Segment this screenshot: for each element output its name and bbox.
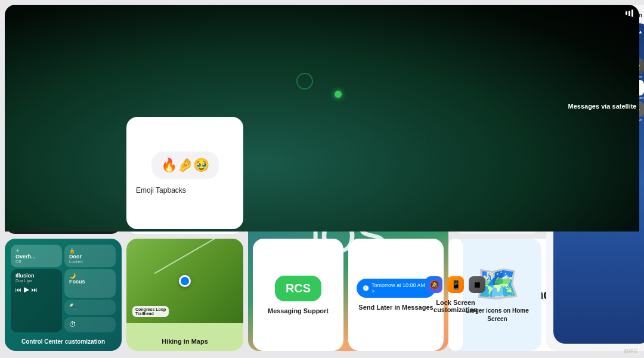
hiking-label: Hiking in Maps [162,338,208,345]
card-emoji-tapbacks: 🔥🤌🥹 Emoji Tapbacks [126,117,243,229]
hiking-trail-line [154,239,216,274]
control-flashlight: 🔦 [64,300,116,315]
lock-screen-label: Lock Screen customization [434,299,478,313]
satellite-bars [626,10,633,17]
hiking-map-bg: Congress LoopTrailhead [126,239,243,323]
emoji-tapbacks-label: Emoji Tapbacks [136,186,186,195]
satellite-label: Messages via satellite [568,103,637,110]
card-larger-icons: 🗺️ Larger icons on Home Screen [453,239,541,351]
card-control-center: ☀ Overh... Off Illusion Dua Lipa ⏮ ▶ ⏭ [5,239,122,351]
lock-screen-icons: 🔕 📱 ⏹ [426,276,485,293]
emoji-tapback-bubbles: 🔥🤌🥹 [151,152,219,179]
control-overheating: ☀ Overh... Off [11,245,62,267]
control-illusion: Illusion Dua Lipa ⏮ ▶ ⏭ [11,269,62,332]
card-satellite: Messages via satellite [546,5,644,117]
satellite-earth-bg [546,5,639,117]
card-lock-screen-cust: 🔕 📱 ⏹ Lock Screen customization [448,239,463,351]
control-center-label: Control Center customization [11,338,116,345]
hiking-pin [179,275,191,287]
watermark: 值得买 [624,348,638,354]
control-door: 🔒 Door Locked [64,245,116,267]
control-focus: 🌙 Focus [64,269,116,298]
control-timer: ⏱ [64,317,116,332]
card-hiking: Congress LoopTrailhead Hiking in Maps [126,239,243,351]
